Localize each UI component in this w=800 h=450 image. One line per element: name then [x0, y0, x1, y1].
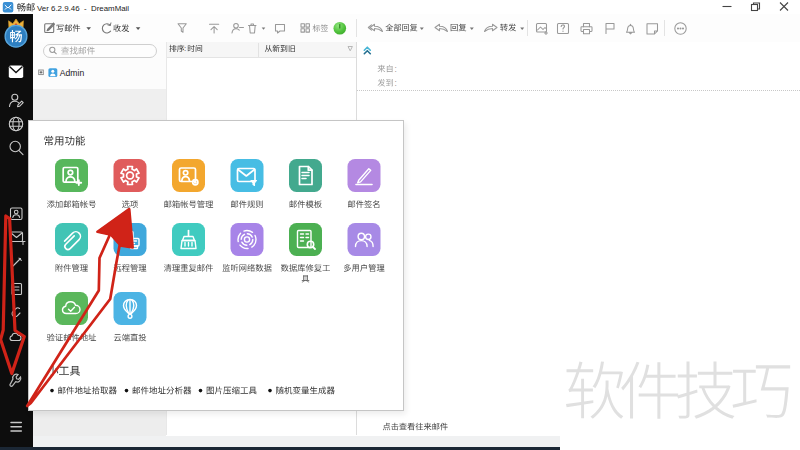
- svg-text::: :: [395, 79, 397, 88]
- svg-text::: :: [395, 65, 397, 74]
